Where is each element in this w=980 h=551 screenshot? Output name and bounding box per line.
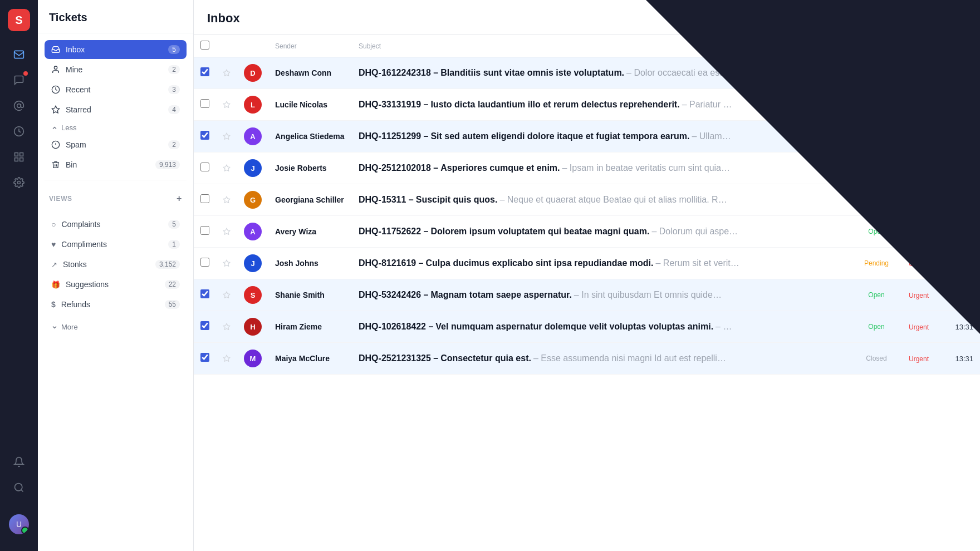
inbox-title: Inbox xyxy=(194,0,980,35)
nav-reports[interactable] xyxy=(8,120,30,142)
row-checkbox-6[interactable] xyxy=(200,226,209,235)
stonks-icon: ↗ xyxy=(51,260,57,269)
table-row[interactable]: J Josh Johns DHQ-8121619 – Culpa ducimus… xyxy=(194,248,980,279)
nav-mentions[interactable] xyxy=(8,95,30,117)
star-icon-1[interactable] xyxy=(223,69,231,77)
nav-complaints[interactable]: ○ Complaints 5 xyxy=(45,215,187,234)
less-toggle[interactable]: Less xyxy=(45,120,187,135)
priority-badge-7: Urgent xyxy=(909,260,929,268)
svg-marker-16 xyxy=(223,70,230,76)
app-logo[interactable]: S xyxy=(8,9,30,31)
sender-name-7: Josh Johns xyxy=(275,259,318,268)
table-row[interactable]: S Shanie Smith DHQ-53242426 – Magnam tot… xyxy=(194,279,980,311)
svg-marker-20 xyxy=(223,196,230,203)
nav-bin[interactable]: Bin 9,913 xyxy=(45,155,187,174)
status-badge-1: Pending xyxy=(857,67,895,78)
table-row[interactable]: A Avery Wiza DHQ-11752622 – Dolorem ipsu… xyxy=(194,216,980,248)
row-checkbox-4[interactable] xyxy=(200,163,209,171)
ticket-avatar-4: J xyxy=(244,159,262,177)
svg-marker-25 xyxy=(223,355,230,361)
svg-line-9 xyxy=(21,490,23,492)
mine-count: 2 xyxy=(168,65,180,74)
compliments-icon: ♥ xyxy=(51,240,56,249)
star-icon-3[interactable] xyxy=(223,132,231,140)
row-checkbox-10[interactable] xyxy=(200,353,209,362)
ticket-avatar-9: H xyxy=(244,318,262,336)
nav-settings[interactable] xyxy=(8,171,30,194)
table-row[interactable]: H Hiram Zieme DHQ-102618422 – Vel numqua… xyxy=(194,311,980,343)
table-row[interactable]: L Lucile Nicolas DHQ-33131919 – Iusto di… xyxy=(194,89,980,121)
table-row[interactable]: M Maiya McClure DHQ-2521231325 – Consect… xyxy=(194,343,980,375)
nav-suggestions[interactable]: 🎁 Suggestions 22 xyxy=(45,275,187,294)
ticket-subject-5: DHQ-15311 – Suscipit quis quos. – Neque … xyxy=(359,195,844,205)
starred-label: Starred xyxy=(66,105,163,114)
sender-name-8: Shanie Smith xyxy=(275,291,325,299)
nav-notifications[interactable] xyxy=(8,451,30,473)
inbox-label: Inbox xyxy=(66,45,163,54)
time-6: 13:31 xyxy=(955,228,973,236)
row-checkbox-7[interactable] xyxy=(200,258,209,267)
star-icon-7[interactable] xyxy=(223,259,231,267)
time-4: 13:31 xyxy=(955,164,973,173)
ticket-table: Sender Subject Status Priority Time D xyxy=(194,35,980,375)
svg-marker-18 xyxy=(223,133,230,139)
status-badge-3: Closed xyxy=(857,131,895,142)
row-checkbox-5[interactable] xyxy=(200,194,209,203)
select-all-checkbox[interactable] xyxy=(200,41,209,50)
nav-layout[interactable] xyxy=(8,146,30,168)
nav-refunds[interactable]: $ Refunds 55 xyxy=(45,295,187,314)
nav-spam[interactable]: Spam 2 xyxy=(45,135,187,154)
table-row[interactable]: D Deshawn Conn DHQ-1612242318 – Blanditi… xyxy=(194,57,980,89)
star-icon-8[interactable] xyxy=(223,291,231,299)
nav-chat[interactable] xyxy=(8,69,30,91)
priority-badge-3: Urgent xyxy=(909,133,929,141)
svg-marker-19 xyxy=(223,165,230,171)
nav-inbox[interactable]: Inbox 5 xyxy=(45,40,187,59)
table-row[interactable]: G Georgiana Schiller DHQ-15311 – Suscipi… xyxy=(194,184,980,216)
star-icon-6[interactable] xyxy=(223,228,231,235)
sender-name-1: Deshawn Conn xyxy=(275,68,331,77)
nav-starred[interactable]: Starred 4 xyxy=(45,100,187,119)
nav-mine[interactable]: Mine 2 xyxy=(45,60,187,79)
svg-rect-3 xyxy=(15,153,18,156)
row-checkbox-1[interactable] xyxy=(200,67,209,76)
add-view-button[interactable]: + xyxy=(177,194,182,204)
more-toggle[interactable]: More xyxy=(45,319,187,334)
svg-marker-17 xyxy=(223,101,230,107)
svg-marker-22 xyxy=(223,260,230,266)
views-section-header: Views + xyxy=(38,185,193,208)
nav-compliments[interactable]: ♥ Compliments 1 xyxy=(45,235,187,254)
row-checkbox-3[interactable] xyxy=(200,131,209,140)
panel-header: Tickets xyxy=(38,0,193,33)
nav-recent[interactable]: Recent 3 xyxy=(45,80,187,99)
svg-rect-4 xyxy=(20,153,23,156)
star-icon-10[interactable] xyxy=(223,355,231,362)
time-10: 13:31 xyxy=(955,355,973,363)
starred-icon xyxy=(51,105,60,114)
svg-marker-23 xyxy=(223,292,230,298)
table-row[interactable]: A Angelica Stiedema DHQ-11251299 – Sit s… xyxy=(194,121,980,152)
row-checkbox-9[interactable] xyxy=(200,321,209,330)
table-row[interactable]: J Josie Roberts DHQ-2512102018 – Asperio… xyxy=(194,152,980,184)
time-3: 13:31 xyxy=(955,132,973,141)
ticket-subject-1: DHQ-1612242318 – Blanditiis sunt vitae o… xyxy=(359,68,844,78)
star-icon-9[interactable] xyxy=(223,323,231,331)
sender-name-6: Avery Wiza xyxy=(275,227,316,236)
sender-name-10: Maiya McClure xyxy=(275,354,330,363)
time-5: 13:31 xyxy=(955,196,973,204)
ticket-subject-7: DHQ-8121619 – Culpa ducimus explicabo si… xyxy=(359,258,844,268)
star-icon-5[interactable] xyxy=(223,196,231,204)
status-badge-5: Pending xyxy=(857,194,895,205)
time-2: 13:31 xyxy=(955,101,973,109)
status-badge-2: Open xyxy=(857,99,895,110)
ticket-avatar-6: A xyxy=(244,223,262,240)
nav-mail[interactable] xyxy=(8,43,30,66)
nav-search[interactable] xyxy=(8,476,30,499)
nav-stonks[interactable]: ↗ Stonks 3,152 xyxy=(45,255,187,274)
recent-count: 3 xyxy=(168,85,180,94)
row-checkbox-2[interactable] xyxy=(200,99,209,108)
star-icon-2[interactable] xyxy=(223,101,231,109)
user-avatar[interactable]: U xyxy=(9,514,29,534)
star-icon-4[interactable] xyxy=(223,164,231,172)
row-checkbox-8[interactable] xyxy=(200,289,209,298)
